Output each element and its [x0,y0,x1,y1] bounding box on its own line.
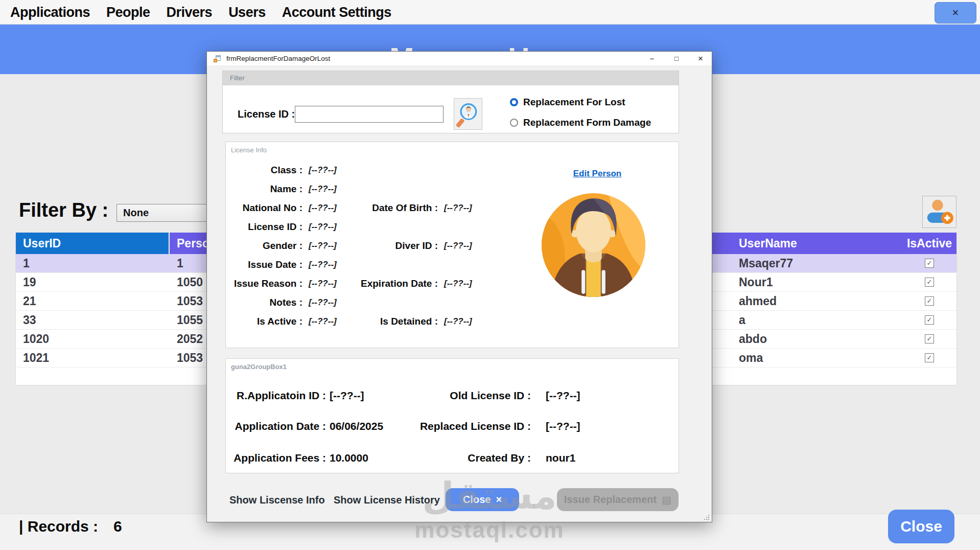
cell-is-active: ✓ [902,349,956,367]
cell-username: a [733,311,902,329]
filter-groupbox: Filter License ID : [222,71,679,133]
dialog-titlebar[interactable]: frmReplacmentForDamageOrLost − □ × [207,52,712,66]
field-value: [--??--] [444,198,472,217]
records-count: 6 [113,518,122,535]
issue-replacement-button[interactable]: Issue Replacement ▤ [557,488,679,511]
menu-item-people[interactable]: People [106,5,150,20]
isactive-checkbox[interactable]: ✓ [925,353,934,362]
field-label: Created By : [354,448,531,468]
dialog-title: frmReplacmentForDamageOrLost [226,52,330,66]
column-header-username[interactable]: UserName [733,233,902,254]
isactive-checkbox[interactable]: ✓ [925,315,934,325]
records-counter: | Records : 6 [19,518,122,535]
app-window: ApplicationsPeopleDriversUsersAccount Se… [0,0,980,550]
license-id-input[interactable] [295,106,444,123]
records-label: | Records : [19,518,98,535]
field-label: Old License ID : [354,386,531,405]
cell-username: Nour1 [733,273,902,291]
dialog-maximize-button[interactable]: □ [668,52,685,66]
field-value: [--??--] [546,386,580,405]
person-avatar [542,193,645,297]
document-icon: ▤ [662,494,671,506]
field-label: R.Applicatoin ID : [226,386,326,405]
field-value: [--??--] [546,417,580,436]
radio-replacement-for-lost[interactable]: Replacement For Lost [510,97,625,107]
field-value: [--??--] [309,179,337,198]
show-license-history-link[interactable]: Show License History [334,490,440,510]
dialog-resize-grip[interactable] [704,514,709,520]
menu-item-applications[interactable]: Applications [10,5,90,20]
menu-item-users[interactable]: Users [228,5,266,20]
cell-user-id: 19 [16,273,170,291]
dialog-minimize-button[interactable]: − [643,52,661,66]
field-label: License ID : [226,217,302,236]
column-header-isactive[interactable]: IsActive [902,233,956,254]
add-user-button[interactable] [922,196,956,228]
isactive-checkbox[interactable]: ✓ [925,259,934,268]
cell-is-active: ✓ [902,273,956,291]
cell-user-id: 21 [16,292,170,310]
cell-is-active: ✓ [902,254,956,272]
field-value: [--??--] [309,293,337,312]
filter-groupbox-header: Filter [223,71,679,85]
dialog-footer-close-label: Close [463,494,491,506]
main-close-button[interactable]: Close [888,510,954,543]
isactive-checkbox[interactable]: ✓ [925,278,934,287]
cell-is-active: ✓ [902,292,956,310]
dialog-footer-close-button[interactable]: Close × [446,488,519,511]
window-close-button[interactable]: × [935,2,976,24]
edit-person-link[interactable]: Edit Person [546,169,648,179]
menu-item-drivers[interactable]: Drivers [167,5,213,20]
close-icon: × [952,6,959,19]
field-label: Date Of Birth : [310,198,438,217]
field-label: Replaced License ID : [354,417,531,436]
field-value: [--??--] [444,312,472,331]
field-value: [--??--] [444,236,472,255]
field-value: [--??--] [309,255,337,274]
field-value: [--??--] [309,161,337,179]
field-label: Diver ID : [310,236,438,255]
license-field-row: Is Detained :[--??--] [226,312,679,331]
replacement-groupbox: guna2GroupBox1 R.Applicatoin ID :[--??--… [225,358,679,473]
column-header-userid[interactable]: UserID [16,233,170,254]
radio-button-icon [510,98,518,106]
cell-user-id: 1020 [16,330,170,348]
radio-label: Replacement For Lost [523,97,625,108]
dialog-close-button[interactable]: × [692,52,709,66]
filter-by-label: Filter By : [19,199,108,221]
license-info-groupbox: License Info Class :[--??--]Name :[--??-… [225,142,679,348]
field-label: Class : [226,161,302,179]
cell-username: ahmed [733,292,902,310]
menu-bar: ApplicationsPeopleDriversUsersAccount Se… [0,0,980,25]
field-value: nour1 [546,448,575,468]
show-license-info-link[interactable]: Show Liscense Info [229,490,325,510]
field-value: [--??--] [444,274,472,293]
cell-username: abdo [733,330,902,348]
license-id-label: License ID : [238,108,295,120]
close-x-icon: × [496,494,502,506]
replacement-field-row: R.Applicatoin ID :[--??--]Old License ID… [226,386,679,405]
radio-label: Replacement Form Damage [523,117,651,128]
filter-dropdown-value: None [123,207,149,218]
field-value: [--??--] [309,217,337,236]
field-label: Is Detained : [310,312,438,331]
isactive-checkbox[interactable]: ✓ [925,334,934,343]
cell-is-active: ✓ [902,311,956,329]
isactive-checkbox[interactable]: ✓ [925,296,934,306]
replacement-dialog: frmReplacmentForDamageOrLost − □ × Filte… [206,51,712,522]
radio-replacement-form-damage[interactable]: Replacement Form Damage [510,118,651,128]
menu-item-account-settings[interactable]: Account Settings [282,5,391,20]
cell-username: Msaqer77 [733,254,902,272]
menu-items: ApplicationsPeopleDriversUsersAccount Se… [10,0,391,25]
field-label: Application Date : [226,417,326,436]
winforms-form-icon [213,55,221,63]
license-info-label: License Info [231,146,267,154]
replacement-groupbox-label: guna2GroupBox1 [231,363,287,371]
cell-username: oma [733,349,902,367]
cell-is-active: ✓ [902,330,956,348]
replacement-field-row: Application Date :06/06/2025Replaced Lic… [226,417,679,436]
search-person-button[interactable] [454,98,482,130]
field-label: Application Fees : [226,448,326,468]
radio-button-icon [510,119,518,127]
field-label: Issue Date : [226,255,302,274]
